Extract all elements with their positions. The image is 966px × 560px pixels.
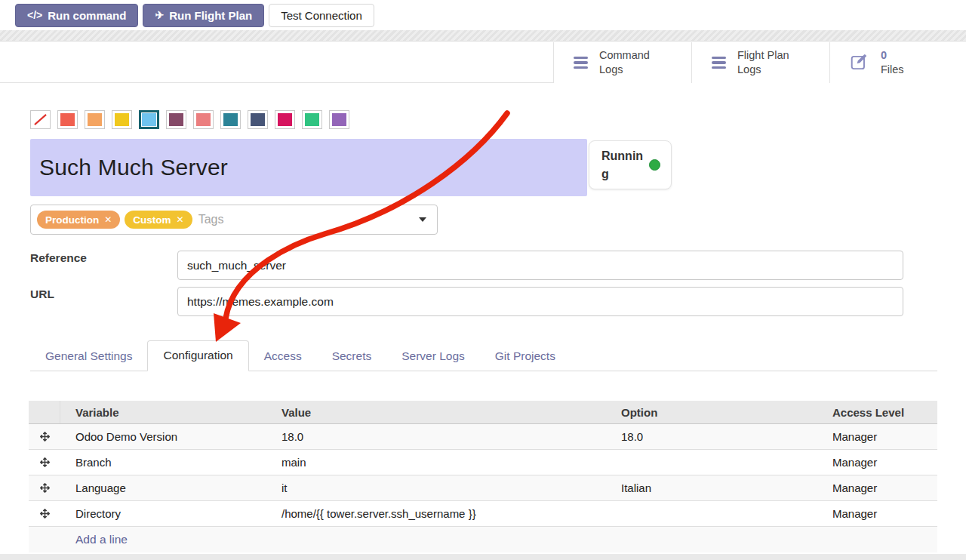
drag-handle-icon[interactable] — [40, 509, 50, 518]
column-variable[interactable]: Variable — [60, 406, 277, 419]
cell-access-level[interactable]: Manager — [828, 482, 937, 494]
remove-tag-icon[interactable]: ✕ — [104, 214, 112, 225]
cell-value[interactable]: /home/{{ tower.server.ssh_username }} — [277, 507, 617, 520]
color-swatch-light-blue-selected[interactable] — [139, 110, 159, 129]
tag-custom[interactable]: Custom ✕ — [125, 211, 192, 229]
column-access-level[interactable]: Access Level — [828, 406, 937, 419]
server-title: Such Much Server — [39, 155, 228, 180]
add-a-line-link[interactable]: Add a line — [60, 533, 128, 546]
no-color-icon — [33, 113, 48, 126]
tab-git-projects[interactable]: Git Projects — [480, 342, 571, 371]
plane-icon: ✈ — [155, 9, 164, 21]
cell-variable[interactable]: Language — [60, 482, 277, 494]
table-header: Variable Value Option Access Level — [29, 401, 937, 424]
flight-plan-logs-button[interactable]: Flight Plan Logs — [691, 42, 829, 83]
notebook-tabs: General Settings Configuration Access Se… — [30, 341, 937, 371]
stat-buttons: Command Logs Flight Plan Logs 0 Files — [553, 42, 966, 83]
status-badge: Running — [589, 140, 672, 189]
drag-handle-icon[interactable] — [40, 457, 50, 467]
color-swatch-magenta[interactable] — [275, 110, 295, 129]
color-swatch-teal[interactable] — [220, 110, 241, 129]
edit-icon — [850, 53, 869, 72]
tab-server-logs[interactable]: Server Logs — [386, 342, 480, 371]
action-bar: </> Run command ✈ Run Flight Plan Test C… — [0, 0, 966, 30]
cell-access-level[interactable]: Manager — [828, 456, 937, 469]
server-form-page: </> Run command ✈ Run Flight Plan Test C… — [0, 0, 966, 560]
run-flight-plan-button[interactable]: ✈ Run Flight Plan — [143, 4, 264, 27]
tab-secrets[interactable]: Secrets — [317, 342, 387, 371]
cell-variable[interactable]: Branch — [60, 456, 277, 469]
tag-production[interactable]: Production ✕ — [37, 211, 120, 229]
reference-input[interactable] — [177, 251, 903, 280]
tab-general-settings[interactable]: General Settings — [30, 342, 147, 371]
status-dot-icon — [649, 159, 660, 171]
column-option[interactable]: Option — [617, 406, 828, 419]
tab-configuration[interactable]: Configuration — [147, 340, 248, 371]
cell-access-level[interactable]: Manager — [828, 430, 937, 443]
files-button[interactable]: 0 Files — [829, 42, 966, 83]
tab-access[interactable]: Access — [249, 342, 317, 371]
color-swatch-salmon[interactable] — [193, 110, 214, 129]
test-connection-button[interactable]: Test Connection — [269, 4, 374, 27]
column-value[interactable]: Value — [277, 406, 617, 419]
cell-option[interactable]: 18.0 — [617, 430, 828, 443]
remove-tag-icon[interactable]: ✕ — [177, 214, 184, 225]
color-swatch-green[interactable] — [302, 110, 322, 129]
list-icon — [574, 57, 588, 69]
color-swatch-yellow[interactable] — [112, 110, 132, 129]
tag-custom-label: Custom — [133, 214, 171, 226]
table-row[interactable]: Directory /home/{{ tower.server.ssh_user… — [29, 501, 937, 527]
chevron-down-icon[interactable] — [419, 217, 426, 222]
files-label: Files — [881, 63, 904, 77]
test-connection-label: Test Connection — [281, 9, 362, 22]
cell-value[interactable]: main — [277, 456, 617, 469]
color-swatch-red[interactable] — [57, 110, 78, 129]
tags-field[interactable]: Production ✕ Custom ✕ Tags — [30, 205, 438, 235]
command-logs-label-line2: Logs — [599, 63, 650, 77]
drag-handle-icon[interactable] — [40, 483, 50, 493]
url-label: URL — [30, 288, 54, 301]
cell-variable[interactable]: Odoo Demo Version — [60, 430, 277, 443]
cell-access-level[interactable]: Manager — [828, 507, 937, 520]
variables-table: Variable Value Option Access Level Odoo … — [29, 401, 937, 552]
cell-value[interactable]: it — [277, 482, 617, 494]
table-row[interactable]: Branch main Manager — [29, 450, 937, 475]
cell-variable[interactable]: Directory — [60, 507, 277, 520]
flight-plan-logs-label-line2: Logs — [737, 63, 789, 77]
color-swatch-violet[interactable] — [329, 110, 349, 129]
color-swatch-row — [30, 110, 349, 129]
server-name-field[interactable]: Such Much Server — [30, 139, 587, 196]
files-count: 0 — [881, 48, 904, 63]
url-input[interactable] — [177, 287, 903, 316]
run-command-button[interactable]: </> Run command — [15, 4, 138, 27]
separator-strip — [0, 30, 966, 42]
command-logs-button[interactable]: Command Logs — [553, 42, 691, 83]
tag-production-label: Production — [45, 214, 99, 226]
tags-placeholder: Tags — [198, 213, 414, 226]
command-logs-label-line1: Command — [599, 48, 650, 63]
list-icon — [712, 57, 726, 69]
status-label: Running — [601, 147, 644, 182]
cell-option[interactable]: Italian — [617, 482, 828, 494]
color-swatch-none[interactable] — [30, 110, 51, 129]
add-a-line-row: Add a line — [29, 527, 937, 552]
arrow-head — [214, 313, 241, 342]
color-swatch-dark-blue[interactable] — [248, 110, 268, 129]
color-swatch-dark-purple[interactable] — [166, 110, 186, 129]
table-row[interactable]: Language it Italian Manager — [29, 475, 937, 501]
color-swatch-orange[interactable] — [85, 110, 105, 129]
header-band: Command Logs Flight Plan Logs 0 Files — [0, 42, 966, 83]
flight-plan-logs-label-line1: Flight Plan — [737, 48, 789, 63]
bottom-strip — [0, 554, 966, 560]
drag-handle-icon[interactable] — [40, 432, 50, 442]
cell-value[interactable]: 18.0 — [277, 430, 617, 443]
reference-label: Reference — [30, 251, 87, 265]
run-command-label: Run command — [48, 9, 126, 22]
table-row[interactable]: Odoo Demo Version 18.0 18.0 Manager — [29, 424, 937, 450]
run-flight-plan-label: Run Flight Plan — [169, 9, 252, 22]
code-icon: </> — [27, 9, 42, 21]
